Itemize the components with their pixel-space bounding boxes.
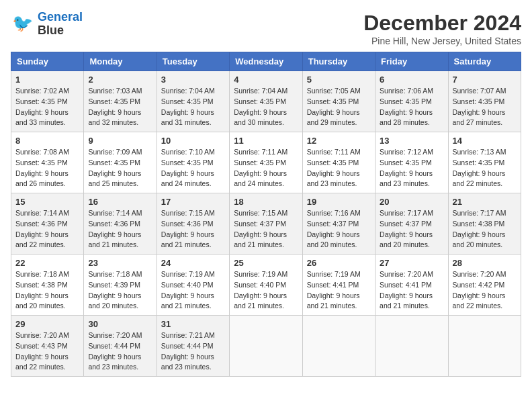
calendar-day-cell: 17 Sunrise: 7:15 AM Sunset: 4:36 PM Dayl… — [157, 193, 229, 255]
day-info: Sunrise: 7:05 AM Sunset: 4:35 PM Dayligh… — [307, 86, 371, 128]
sunset-label: Sunset: 4:44 PM — [88, 342, 140, 350]
calendar-header-cell: Tuesday — [157, 52, 229, 71]
calendar-day-cell: 18 Sunrise: 7:15 AM Sunset: 4:37 PM Dayl… — [230, 193, 302, 255]
calendar-day-cell: 11 Sunrise: 7:11 AM Sunset: 4:35 PM Dayl… — [230, 132, 302, 193]
sunrise-label: Sunrise: 7:15 AM — [161, 209, 215, 217]
month-title: December 2024 — [363, 11, 521, 36]
sunset-label: Sunset: 4:39 PM — [88, 281, 140, 289]
calendar-header-cell: Monday — [84, 52, 157, 71]
calendar-day-cell — [448, 316, 521, 377]
sunset-label: Sunset: 4:38 PM — [453, 220, 505, 228]
calendar-day-cell: 15 Sunrise: 7:14 AM Sunset: 4:36 PM Dayl… — [11, 193, 84, 255]
day-number: 15 — [15, 197, 79, 207]
calendar-header-cell: Thursday — [302, 52, 375, 71]
sunset-label: Sunset: 4:37 PM — [307, 220, 359, 228]
sunset-label: Sunset: 4:38 PM — [15, 281, 68, 289]
calendar-day-cell: 19 Sunrise: 7:16 AM Sunset: 4:37 PM Dayl… — [302, 193, 375, 255]
daylight-label: Daylight: 9 hours and 20 minutes. — [307, 230, 360, 249]
calendar-day-cell: 16 Sunrise: 7:14 AM Sunset: 4:36 PM Dayl… — [84, 193, 157, 255]
day-number: 13 — [380, 136, 443, 146]
sunrise-label: Sunrise: 7:21 AM — [161, 331, 215, 339]
sunrise-label: Sunrise: 7:10 AM — [161, 148, 215, 156]
sunset-label: Sunset: 4:35 PM — [161, 97, 214, 105]
day-info: Sunrise: 7:17 AM Sunset: 4:37 PM Dayligh… — [380, 208, 443, 250]
calendar-body: 1 Sunrise: 7:02 AM Sunset: 4:35 PM Dayli… — [11, 71, 521, 377]
day-info: Sunrise: 7:20 AM Sunset: 4:44 PM Dayligh… — [88, 330, 152, 373]
calendar-day-cell: 27 Sunrise: 7:20 AM Sunset: 4:41 PM Dayl… — [375, 255, 448, 316]
sunset-label: Sunset: 4:35 PM — [307, 97, 359, 105]
sunset-label: Sunset: 4:35 PM — [161, 158, 214, 167]
day-info: Sunrise: 7:04 AM Sunset: 4:35 PM Dayligh… — [161, 86, 225, 128]
title-area: December 2024 Pine Hill, New Jersey, Uni… — [363, 11, 521, 46]
calendar-day-cell: 5 Sunrise: 7:05 AM Sunset: 4:35 PM Dayli… — [302, 71, 375, 132]
daylight-label: Daylight: 9 hours and 21 minutes. — [161, 291, 214, 310]
day-info: Sunrise: 7:02 AM Sunset: 4:35 PM Dayligh… — [15, 86, 79, 128]
sunrise-label: Sunrise: 7:06 AM — [380, 87, 433, 95]
sunset-label: Sunset: 4:35 PM — [453, 158, 505, 167]
day-number: 16 — [88, 197, 152, 207]
daylight-label: Daylight: 9 hours and 30 minutes. — [234, 108, 287, 127]
day-number: 8 — [15, 136, 79, 146]
day-info: Sunrise: 7:10 AM Sunset: 4:35 PM Dayligh… — [161, 147, 225, 189]
day-info: Sunrise: 7:14 AM Sunset: 4:36 PM Dayligh… — [88, 208, 152, 250]
sunrise-label: Sunrise: 7:12 AM — [380, 148, 433, 156]
sunset-label: Sunset: 4:40 PM — [161, 281, 214, 289]
sunrise-label: Sunrise: 7:11 AM — [307, 148, 361, 156]
day-info: Sunrise: 7:07 AM Sunset: 4:35 PM Dayligh… — [453, 86, 517, 128]
sunset-label: Sunset: 4:35 PM — [88, 158, 140, 167]
calendar-header-cell: Saturday — [448, 52, 521, 71]
day-info: Sunrise: 7:13 AM Sunset: 4:35 PM Dayligh… — [453, 147, 517, 189]
calendar-day-cell: 31 Sunrise: 7:21 AM Sunset: 4:44 PM Dayl… — [157, 316, 229, 377]
day-number: 27 — [380, 258, 443, 268]
day-number: 23 — [88, 258, 152, 268]
daylight-label: Daylight: 9 hours and 21 minutes. — [88, 230, 141, 249]
day-info: Sunrise: 7:03 AM Sunset: 4:35 PM Dayligh… — [88, 86, 152, 128]
logo-icon: 🐦 — [11, 12, 35, 36]
day-info: Sunrise: 7:11 AM Sunset: 4:35 PM Dayligh… — [307, 147, 371, 189]
sunrise-label: Sunrise: 7:20 AM — [88, 331, 142, 339]
sunset-label: Sunset: 4:41 PM — [380, 281, 432, 289]
day-number: 1 — [15, 75, 79, 85]
sunset-label: Sunset: 4:36 PM — [161, 220, 214, 228]
sunrise-label: Sunrise: 7:15 AM — [234, 209, 287, 217]
daylight-label: Daylight: 9 hours and 22 minutes. — [15, 230, 69, 249]
sunrise-label: Sunrise: 7:08 AM — [15, 148, 69, 156]
day-info: Sunrise: 7:18 AM Sunset: 4:39 PM Dayligh… — [88, 269, 152, 312]
daylight-label: Daylight: 9 hours and 21 minutes. — [234, 291, 287, 310]
day-number: 26 — [307, 258, 371, 268]
logo-line2: Blue — [38, 24, 83, 38]
calendar-day-cell: 21 Sunrise: 7:17 AM Sunset: 4:38 PM Dayl… — [448, 193, 521, 255]
daylight-label: Daylight: 9 hours and 21 minutes. — [234, 230, 287, 249]
day-number: 18 — [234, 197, 298, 207]
calendar-day-cell: 29 Sunrise: 7:20 AM Sunset: 4:43 PM Dayl… — [11, 316, 84, 377]
daylight-label: Daylight: 9 hours and 20 minutes. — [380, 230, 433, 249]
sunrise-label: Sunrise: 7:20 AM — [380, 270, 433, 278]
calendar-week-row: 15 Sunrise: 7:14 AM Sunset: 4:36 PM Dayl… — [11, 193, 521, 255]
calendar-header-cell: Wednesday — [230, 52, 302, 71]
logo-line1: General — [38, 10, 83, 24]
day-number: 12 — [307, 136, 371, 146]
sunset-label: Sunset: 4:42 PM — [453, 281, 505, 289]
daylight-label: Daylight: 9 hours and 23 minutes. — [88, 353, 141, 371]
calendar-day-cell: 8 Sunrise: 7:08 AM Sunset: 4:35 PM Dayli… — [11, 132, 84, 193]
calendar-day-cell: 9 Sunrise: 7:09 AM Sunset: 4:35 PM Dayli… — [84, 132, 157, 193]
calendar-day-cell: 30 Sunrise: 7:20 AM Sunset: 4:44 PM Dayl… — [84, 316, 157, 377]
sunset-label: Sunset: 4:35 PM — [88, 97, 140, 105]
day-number: 14 — [453, 136, 517, 146]
logo-text: General Blue — [38, 11, 83, 38]
calendar-day-cell — [302, 316, 375, 377]
day-info: Sunrise: 7:04 AM Sunset: 4:35 PM Dayligh… — [234, 86, 298, 128]
day-number: 5 — [307, 75, 371, 85]
daylight-label: Daylight: 9 hours and 22 minutes. — [453, 169, 506, 188]
daylight-label: Daylight: 9 hours and 25 minutes. — [88, 169, 141, 188]
day-number: 22 — [15, 258, 79, 268]
daylight-label: Daylight: 9 hours and 22 minutes. — [453, 291, 506, 310]
sunrise-label: Sunrise: 7:14 AM — [88, 209, 142, 217]
sunrise-label: Sunrise: 7:04 AM — [234, 87, 287, 95]
sunrise-label: Sunrise: 7:20 AM — [453, 270, 506, 278]
sunset-label: Sunset: 4:35 PM — [234, 158, 286, 167]
day-number: 19 — [307, 197, 371, 207]
daylight-label: Daylight: 9 hours and 32 minutes. — [88, 108, 141, 127]
sunrise-label: Sunrise: 7:02 AM — [15, 87, 69, 95]
calendar-week-row: 8 Sunrise: 7:08 AM Sunset: 4:35 PM Dayli… — [11, 132, 521, 193]
